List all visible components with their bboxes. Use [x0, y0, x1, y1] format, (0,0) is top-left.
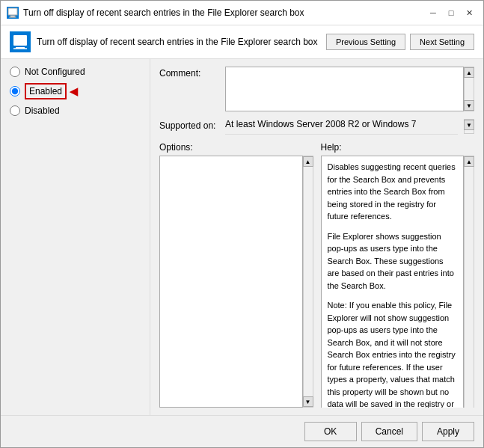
not-configured-option[interactable]: Not Configured — [10, 67, 141, 77]
help-para-1: Disables suggesting recent queries for t… — [328, 161, 458, 223]
close-button[interactable]: ✕ — [461, 5, 477, 20]
left-panel: Not Configured Enabled ◀ — [1, 59, 150, 415]
scroll-up-icon[interactable]: ▲ — [464, 67, 474, 78]
cancel-button[interactable]: Cancel — [361, 422, 417, 441]
comment-scrollbar: ▲ ▼ — [464, 67, 474, 111]
next-setting-button[interactable]: Next Setting — [410, 34, 474, 50]
supported-scroll-icon[interactable]: ▼ — [464, 120, 474, 130]
not-configured-label: Not Configured — [25, 67, 85, 77]
supported-label: Supported on: — [159, 119, 219, 131]
minimize-button[interactable]: ─ — [425, 5, 441, 20]
right-panel: Comment: ▲ ▼ Supported on: — [150, 59, 483, 415]
help-box: Disables suggesting recent queries for t… — [321, 156, 465, 408]
not-configured-radio[interactable] — [10, 67, 20, 77]
inner-content: Not Configured Enabled ◀ — [1, 59, 483, 415]
radio-group: Not Configured Enabled ◀ — [10, 67, 141, 116]
help-scrollbar: ▲ ▼ — [464, 156, 474, 408]
disabled-option[interactable]: Disabled — [10, 105, 141, 116]
comment-row: Comment: ▲ ▼ — [159, 67, 474, 111]
help-scroll-up[interactable]: ▲ — [464, 156, 474, 167]
window-icon — [7, 7, 19, 19]
supported-scrollbar: ▼ — [464, 119, 474, 134]
supported-row: Supported on: At least Windows Server 20… — [159, 119, 474, 135]
title-bar-controls: ─ □ ✕ — [425, 5, 477, 20]
enabled-option[interactable]: Enabled — [10, 83, 67, 99]
help-label: Help: — [321, 142, 475, 153]
enabled-label: Enabled — [29, 86, 62, 96]
comment-label: Comment: — [159, 67, 219, 79]
help-section: Help: Disables suggesting recent queries… — [321, 142, 475, 408]
options-box — [159, 156, 303, 408]
previous-setting-button[interactable]: Previous Setting — [326, 34, 405, 50]
title-bar-text: Turn off display of recent search entrie… — [23, 7, 420, 18]
disabled-label: Disabled — [25, 105, 60, 116]
title-bar: Turn off display of recent search entrie… — [1, 1, 483, 25]
main-window: Turn off display of recent search entrie… — [0, 0, 484, 448]
apply-button[interactable]: Apply — [422, 422, 474, 441]
dialog-header: Turn off display of recent search entrie… — [1, 25, 483, 59]
disabled-radio[interactable] — [10, 105, 20, 116]
help-para-3: Note: If you enable this policy, File Ex… — [328, 299, 458, 408]
header-title-area: Turn off display of recent search entrie… — [10, 31, 326, 52]
options-scroll-down[interactable]: ▼ — [303, 396, 313, 407]
svg-rect-4 — [13, 35, 27, 46]
options-scrollbar: ▲ ▼ — [303, 156, 313, 408]
body-area: Not Configured Enabled ◀ — [1, 59, 483, 415]
ok-button[interactable]: OK — [304, 422, 357, 441]
content-area: Not Configured Enabled ◀ — [1, 59, 483, 415]
policy-icon — [10, 31, 31, 52]
help-para-2: File Explorer shows suggestion pop-ups a… — [328, 230, 458, 292]
header-title-text: Turn off display of recent search entrie… — [37, 37, 318, 47]
maximize-button[interactable]: □ — [443, 5, 459, 20]
options-section: Options: ▲ ▼ — [159, 142, 313, 408]
comment-textarea[interactable] — [225, 67, 464, 111]
enabled-radio[interactable] — [10, 86, 20, 96]
bottom-bar: OK Cancel Apply — [1, 415, 483, 447]
enabled-box: Enabled — [25, 83, 67, 99]
arrow-icon: ◀ — [70, 85, 78, 97]
supported-value: At least Windows Server 2008 R2 or Windo… — [225, 119, 458, 135]
options-label: Options: — [159, 142, 313, 153]
scroll-down-icon[interactable]: ▼ — [464, 100, 474, 111]
navigation-buttons: Previous Setting Next Setting — [326, 34, 474, 50]
options-scroll-up[interactable]: ▲ — [303, 156, 313, 167]
svg-rect-0 — [8, 8, 17, 15]
options-help-area: Options: ▲ ▼ — [159, 142, 474, 408]
